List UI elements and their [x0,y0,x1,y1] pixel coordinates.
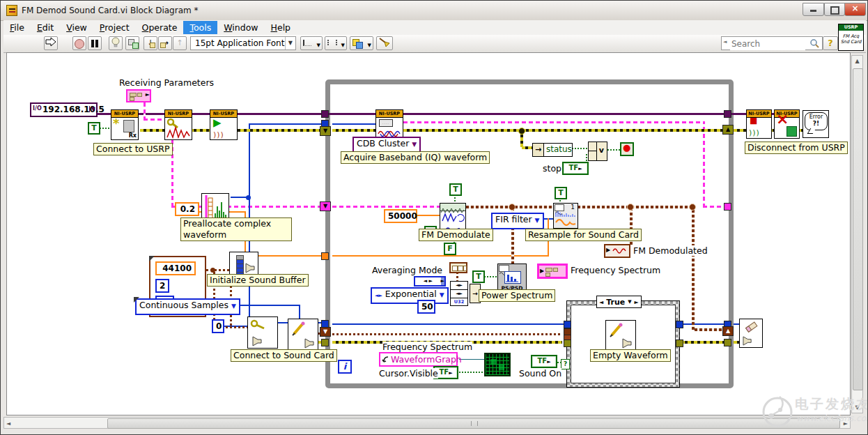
scroll-up-icon[interactable]: ▲ [852,58,862,64]
align-objects-button[interactable]: ▼ [300,36,323,50]
help-button[interactable]: ? [823,36,838,50]
shift-register-audio-left[interactable]: ▼ [320,327,331,337]
menu-project[interactable]: Project [93,21,136,34]
retain-wire-values-button[interactable] [125,36,139,50]
case-caret-icon[interactable]: ▼ [628,297,631,307]
write-sound-node[interactable] [288,319,318,351]
horizontal-scrollbar[interactable]: ◄ ► [3,417,851,429]
ip-address-control[interactable]: I/O 192.168.10.5 ▼ [30,102,98,117]
weighting-caret-icon[interactable]: ▼ [440,291,444,298]
distribute-objects-button[interactable]: ▼ [325,36,347,50]
step-over-button[interactable]: → [158,36,172,50]
case-tunnel-sound-in [564,321,571,328]
niusrp-configure-signal[interactable]: NI-USRP [164,109,192,140]
step-out-button[interactable]: ↑ [173,36,187,50]
speaker-icon [304,338,316,349]
true-constant-resample[interactable]: T [555,187,567,199]
case-selector-value: True [606,297,625,307]
fir-filter-ring[interactable]: FIR filter ▼ [491,213,544,229]
highlight-execution-button[interactable] [109,36,123,50]
menu-edit[interactable]: Edit [31,21,60,34]
ip-dropdown-icon[interactable]: ▼ [89,106,95,112]
shift-register-audio-right[interactable]: ▲ [722,326,734,336]
timeout-constant[interactable]: 0 [212,319,224,333]
true-constant-psd[interactable]: T [472,270,485,283]
niusrp-open-rx-session[interactable]: NI-USRP * Rx [111,109,139,140]
step-into-button[interactable]: ↓ [144,36,157,50]
cleanup-diagram-button[interactable] [376,36,393,50]
graph-terminal[interactable] [484,353,511,376]
case-selector-label[interactable]: ◄ True ▼ ► [596,296,642,308]
waveformgraph-name: WaveformGraph [391,354,462,365]
averaging-mode-enum[interactable]: ◄ ► ► [414,276,446,287]
fir-caret-icon[interactable]: ▼ [535,217,540,224]
true-constant-demod-top[interactable]: T [449,183,462,196]
pause-button[interactable] [88,36,102,50]
clear-sound-node[interactable] [739,319,763,348]
sample-rate-constant[interactable]: 44100 [155,261,196,275]
search-input[interactable] [730,38,805,50]
menu-file[interactable]: File [3,21,31,34]
simple-error-handler[interactable]: Error ?! [803,110,829,138]
reorder-button[interactable]: ▼ [350,36,373,50]
close-button[interactable]: × [844,3,866,16]
frequency-spectrum-indicator[interactable]: ▶ [537,264,568,279]
fm-rate-constant[interactable]: 50000 [384,209,417,223]
font-selector-caret-icon[interactable]: ▼ [285,37,293,49]
bundle-node[interactable]: ◄► ◄► U32 [450,281,468,306]
averaging-size-constant[interactable]: 50 [417,300,435,314]
wrench-waveform-icon [165,118,192,140]
run-button[interactable] [44,36,58,50]
horizontal-scroll-thumb[interactable] [107,418,840,429]
true-constant-open[interactable]: T [88,122,100,135]
shift-register-error-left[interactable]: ▼ [320,126,331,136]
niusrp-initiate[interactable]: NI-USRP ▶ ))) [210,109,238,140]
fm-zigzag-icon [441,212,465,223]
menu-help[interactable]: Help [265,21,297,34]
configure-sound-node[interactable] [247,316,278,349]
receiving-parameters-control[interactable]: ► [126,89,151,102]
shift-register-error-right[interactable]: ▲ [722,125,734,135]
search-icon[interactable] [809,38,820,49]
stop-control[interactable]: TF► [562,162,589,175]
weighting-mode-ring[interactable]: ◄► Exponential ▼ [371,287,449,304]
fm-demodulated-indicator[interactable]: ▶ [604,244,630,258]
case-prev-icon[interactable]: ◄ [599,297,603,307]
enum-right-icon[interactable]: ► [428,278,432,284]
avg-params-cluster-constant[interactable] [449,262,467,273]
false-constant[interactable]: F [444,243,456,255]
scroll-left-icon[interactable]: ◄ [6,420,10,427]
resample-node[interactable]: 1 [553,203,578,229]
vi-icon[interactable]: USRP FM Acq Snd Card [838,24,864,51]
menu-tools[interactable]: Tools [183,21,217,34]
or-node[interactable]: v [588,142,607,161]
vertical-scroll-thumb[interactable] [853,68,863,390]
niusrp-fetch-rx-data[interactable]: NI-USRP .... [375,109,403,140]
search-scope-icon[interactable]: ◄ [723,39,727,45]
minimize-button[interactable] [803,3,824,16]
abort-button[interactable] [72,36,86,50]
menu-view[interactable]: View [60,21,93,34]
case-next-icon[interactable]: ► [635,297,639,307]
waveformgraph-reference[interactable]: WaveformGraph [379,352,458,367]
cdb-caret-icon[interactable]: ▼ [412,141,417,148]
loop-condition-terminal[interactable]: ● [620,142,634,156]
power-spectrum-node[interactable]: PS/PSD [497,264,527,293]
enum-left-icon[interactable]: ◄ [424,278,427,284]
sample-mode-ring[interactable]: Continuous Samples ▼ [135,298,240,315]
sound-on-control[interactable]: TF► [531,355,557,368]
niusrp-close-session[interactable]: NI-USRP × [774,109,800,139]
menu-window[interactable]: Window [217,21,264,34]
font-selector[interactable]: 15pt Application Font ▼ [190,36,296,50]
shift-register-iq-left[interactable]: ▼ [320,201,331,211]
vertical-scrollbar[interactable]: ▲ ▼ [851,55,863,413]
maximize-button[interactable] [824,3,845,16]
sample-mode-caret-icon[interactable]: ▼ [231,303,236,310]
sound-on-caption: Sound On [519,368,561,379]
duration-constant[interactable]: 0.2 [175,202,199,216]
niusrp-abort[interactable]: NI-USRP ■ ))) [746,109,772,139]
unbundle-status-node[interactable]: → status [532,143,573,157]
write-sound-node-case[interactable] [605,320,636,351]
channels-constant[interactable]: 2 [155,279,169,293]
menu-operate[interactable]: Operate [136,21,184,34]
